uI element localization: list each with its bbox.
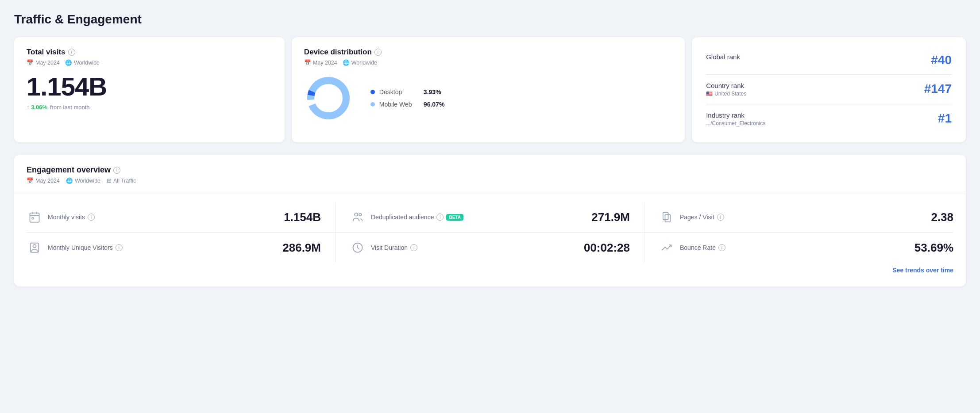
industry-rank-sublabel: .../Consumer_Electronics (706, 120, 765, 126)
calendar-icon-3: 📅 (27, 177, 34, 184)
pages-visit-label: Pages / Visit (680, 214, 714, 221)
ranks-card: Global rank #40 Country rank 🇺🇸 United S… (692, 37, 966, 142)
device-region: 🌐 Worldwide (343, 59, 377, 66)
mobile-dot (370, 102, 375, 107)
engagement-section: Engagement overview i 📅 May 2024 🌐 World… (14, 155, 966, 287)
engagement-traffic: ⊞ All Traffic (107, 177, 136, 184)
pages-visit-metric: Pages / Visit i 2.38 (644, 202, 953, 233)
bounce-rate-value: 53.69% (900, 241, 953, 255)
visit-duration-label: Visit Duration (371, 244, 408, 251)
industry-rank-row: Industry rank .../Consumer_Electronics #… (706, 104, 952, 134)
total-visits-change: ↑ 3.06% (27, 104, 47, 111)
svg-rect-7 (32, 218, 34, 219)
engagement-divider (14, 193, 966, 193)
device-donut-chart (304, 74, 353, 122)
monthly-visits-icon (27, 209, 42, 225)
desktop-label: Desktop (379, 88, 419, 96)
svg-point-9 (359, 213, 362, 216)
total-visits-card: Total visits i 📅 May 2024 🌐 Worldwide 1.… (14, 37, 285, 142)
device-distribution-card: Device distribution i 📅 May 2024 🌐 World… (292, 37, 685, 142)
engagement-info-icon[interactable]: i (113, 167, 120, 174)
unique-visitors-metric: Monthly Unique Visitors i 286.9M (27, 233, 336, 263)
total-visits-title: Total visits (27, 48, 66, 57)
unique-visitors-value: 286.9M (268, 241, 321, 255)
mobile-legend-item: Mobile Web 96.07% (370, 101, 444, 108)
unique-visitors-info[interactable]: i (116, 244, 123, 251)
dedup-audience-label: Deduplicated audience (371, 214, 434, 221)
total-visits-region: 🌐 Worldwide (65, 59, 100, 66)
visit-duration-metric: Visit Duration i 00:02:28 (336, 233, 644, 263)
visit-duration-value: 00:02:28 (577, 241, 630, 255)
monthly-visits-info[interactable]: i (88, 214, 95, 221)
globe-icon-3: 🌐 (66, 177, 73, 184)
svg-point-2 (315, 85, 342, 111)
svg-rect-10 (663, 213, 668, 220)
industry-rank-label: Industry rank (706, 111, 765, 119)
device-legend: Desktop 3.93% Mobile Web 96.07% (370, 88, 444, 108)
see-trends-link[interactable]: See trends over time (892, 267, 953, 274)
unique-visitors-label: Monthly Unique Visitors (48, 244, 113, 251)
engagement-region: 🌐 Worldwide (66, 177, 100, 184)
monthly-visits-label: Monthly visits (48, 214, 85, 221)
device-distribution-title: Device distribution (304, 48, 372, 57)
monthly-visits-metric: Monthly visits i 1.154B (27, 202, 336, 233)
total-visits-date: 📅 May 2024 (27, 59, 60, 66)
total-visits-info-icon[interactable]: i (68, 49, 75, 56)
traffic-icon: ⊞ (107, 177, 112, 184)
globe-icon: 🌐 (65, 59, 72, 66)
page-title: Traffic & Engagement (14, 12, 966, 27)
engagement-date: 📅 May 2024 (27, 177, 60, 184)
device-date: 📅 May 2024 (304, 59, 337, 66)
bounce-rate-icon (659, 240, 675, 256)
device-info-icon[interactable]: i (374, 49, 382, 56)
desktop-dot (370, 90, 375, 94)
total-visits-value: 1.154B (27, 74, 272, 99)
country-rank-value: #147 (924, 82, 952, 96)
dedup-audience-info[interactable]: i (436, 214, 444, 221)
desktop-pct: 3.93% (424, 88, 441, 96)
global-rank-row: Global rank #40 (706, 46, 952, 75)
bounce-rate-info[interactable]: i (718, 244, 725, 251)
bounce-rate-label: Bounce Rate (680, 244, 716, 251)
svg-rect-3 (30, 213, 39, 222)
bounce-rate-metric: Bounce Rate i 53.69% (644, 233, 953, 263)
engagement-title: Engagement overview (27, 165, 111, 175)
beta-badge: BETA (446, 214, 463, 221)
us-flag-icon: 🇺🇸 (706, 91, 713, 97)
dedup-audience-value: 271.9M (577, 210, 630, 224)
globe-icon-2: 🌐 (343, 59, 350, 66)
industry-rank-value: #1 (938, 111, 952, 126)
country-rank-sublabel: 🇺🇸 United States (706, 91, 746, 97)
monthly-visits-value: 1.154B (268, 210, 321, 224)
dedup-audience-icon (350, 209, 366, 225)
country-rank-label: Country rank (706, 82, 746, 89)
unique-visitors-icon (27, 240, 42, 256)
mobile-label: Mobile Web (379, 101, 419, 108)
pages-visit-info[interactable]: i (717, 214, 724, 221)
svg-point-13 (33, 245, 36, 248)
pages-visit-value: 2.38 (900, 210, 953, 224)
pages-visit-icon (659, 209, 675, 225)
see-trends-container: See trends over time (27, 266, 953, 274)
global-rank-value: #40 (931, 53, 952, 67)
country-rank-row: Country rank 🇺🇸 United States #147 (706, 75, 952, 104)
desktop-legend-item: Desktop 3.93% (370, 88, 444, 96)
calendar-icon: 📅 (27, 59, 34, 66)
global-rank-label: Global rank (706, 53, 740, 61)
visit-duration-icon (350, 240, 366, 256)
svg-point-8 (355, 213, 358, 216)
visit-duration-info[interactable]: i (410, 244, 417, 251)
calendar-icon-2: 📅 (304, 59, 311, 66)
dedup-audience-metric: Deduplicated audience i BETA 271.9M (336, 202, 644, 233)
mobile-pct: 96.07% (424, 101, 444, 108)
svg-rect-11 (665, 214, 671, 222)
total-visits-change-label: from last month (50, 104, 90, 111)
